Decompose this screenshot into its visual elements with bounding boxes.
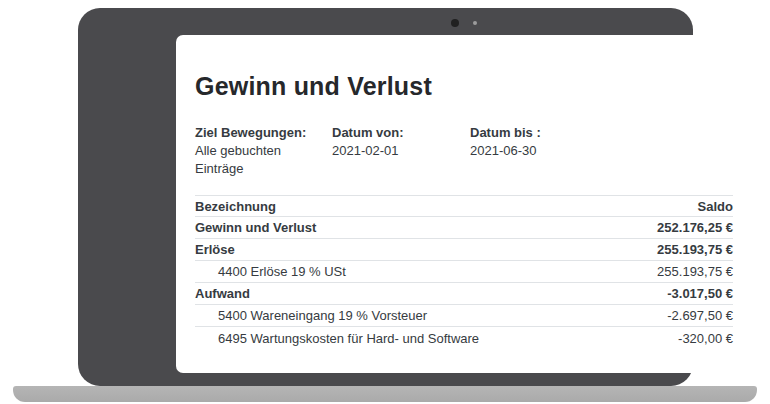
table-row: Erlöse 255.193,75 € bbox=[195, 239, 733, 261]
webcam-icon bbox=[451, 19, 459, 27]
row-name: Aufwand bbox=[195, 286, 250, 301]
column-header-bezeichnung: Bezeichnung bbox=[195, 199, 276, 214]
row-saldo: 255.193,75 € bbox=[657, 242, 733, 257]
filter-date-from: Datum von: 2021-02-01 bbox=[332, 124, 470, 178]
row-saldo: -320,00 € bbox=[678, 331, 733, 346]
row-name: 5400 Wareneingang 19 % Vorsteuer bbox=[195, 308, 427, 323]
row-name: Gewinn und Verlust bbox=[195, 220, 316, 235]
laptop-screen: Gewinn und Verlust Ziel Bewegungen: Alle… bbox=[176, 35, 752, 373]
row-saldo: 252.176,25 € bbox=[657, 220, 733, 235]
webcam-indicator-icon bbox=[473, 21, 477, 25]
filter-label: Ziel Bewegungen: bbox=[195, 124, 332, 142]
laptop-base bbox=[13, 386, 757, 402]
table-row: Gewinn und Verlust 252.176,25 € bbox=[195, 217, 733, 239]
filter-value: 2021-06-30 bbox=[470, 142, 541, 160]
filter-date-to: Datum bis : 2021-06-30 bbox=[470, 124, 541, 178]
filter-target-movements: Ziel Bewegungen: Alle gebuchten Einträge bbox=[195, 124, 332, 178]
row-name: 6495 Wartungskosten für Hard- und Softwa… bbox=[195, 331, 479, 346]
table-row: 5400 Wareneingang 19 % Vorsteuer -2.697,… bbox=[195, 305, 733, 327]
column-header-saldo: Saldo bbox=[698, 199, 733, 214]
laptop-frame: Gewinn und Verlust Ziel Bewegungen: Alle… bbox=[78, 8, 693, 386]
table-row: 6495 Wartungskosten für Hard- und Softwa… bbox=[195, 327, 733, 349]
row-name: Erlöse bbox=[195, 242, 235, 257]
report-filters: Ziel Bewegungen: Alle gebuchten Einträge… bbox=[195, 124, 733, 178]
table-row: 4400 Erlöse 19 % USt 255.193,75 € bbox=[195, 261, 733, 283]
filter-label: Datum von: bbox=[332, 124, 470, 142]
filter-label: Datum bis : bbox=[470, 124, 541, 142]
table-header-row: Bezeichnung Saldo bbox=[195, 195, 733, 217]
report-table: Bezeichnung Saldo Gewinn und Verlust 252… bbox=[195, 195, 733, 349]
row-saldo: 255.193,75 € bbox=[657, 264, 733, 279]
filter-value: 2021-02-01 bbox=[332, 142, 470, 160]
table-row: Aufwand -3.017,50 € bbox=[195, 283, 733, 305]
report-table-body: Gewinn und Verlust 252.176,25 € Erlöse 2… bbox=[195, 217, 733, 349]
row-saldo: -3.017,50 € bbox=[667, 286, 733, 301]
page-title: Gewinn und Verlust bbox=[195, 71, 733, 101]
row-name: 4400 Erlöse 19 % USt bbox=[195, 264, 346, 279]
row-saldo: -2.697,50 € bbox=[667, 308, 733, 323]
filter-value: Alle gebuchten Einträge bbox=[195, 142, 332, 178]
